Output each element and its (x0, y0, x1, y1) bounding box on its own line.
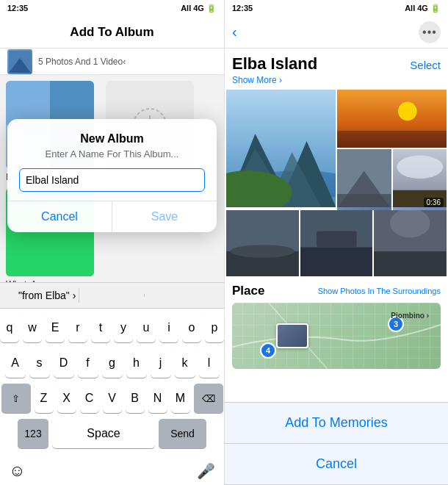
key-h[interactable]: h (126, 348, 147, 378)
key-row-3: ⇧ Z X C V B N M ⌫ (3, 384, 221, 413)
key-k[interactable]: k (175, 348, 195, 378)
shift-key[interactable]: ⇧ (1, 384, 31, 413)
album-name-left: Elba Island Show More › (232, 54, 317, 85)
photo-br1[interactable] (337, 149, 391, 210)
key-q[interactable]: q (0, 313, 19, 342)
numbers-key[interactable]: 123 (18, 419, 48, 448)
key-row-2: A s D f g h j k l (3, 348, 221, 378)
key-l[interactable]: l (199, 348, 220, 378)
album-name-input[interactable] (19, 168, 205, 192)
send-key[interactable]: Send (159, 419, 206, 448)
dialog-subtitle: Enter A Name For This Album... (19, 148, 205, 159)
right-time: 12:35 (232, 4, 253, 12)
key-u[interactable]: u (137, 313, 156, 342)
left-battery: 🔋 (206, 4, 217, 12)
photo-br2[interactable]: 0:36 (393, 149, 447, 210)
space-key[interactable]: Space (52, 419, 155, 448)
right-panel: 12:35 All 4G 🔋 ‹ ••• Elba Island Show Mo… (224, 0, 448, 485)
dialog-cancel-button[interactable]: Cancel (7, 201, 112, 232)
left-network: All 4G (181, 4, 204, 12)
left-time: 12:35 (7, 4, 28, 12)
key-n[interactable]: N (148, 384, 167, 413)
right-battery: 🔋 (430, 4, 441, 12)
show-more-button[interactable]: Show More › (232, 75, 317, 85)
key-i[interactable]: i (159, 313, 178, 342)
key-v[interactable]: V (103, 384, 122, 413)
back-button[interactable]: ‹ (232, 24, 237, 40)
add-to-memories-button[interactable]: Add To Memories (225, 403, 448, 444)
key-d[interactable]: D (54, 348, 74, 378)
right-network-battery: All 4G 🔋 (405, 4, 441, 13)
left-header: Add To Album (0, 16, 224, 48)
photo-main-landscape[interactable] (226, 90, 336, 207)
photos-count-bar: 5 Photos And 1 Video‹ (0, 48, 224, 75)
key-w[interactable]: w (23, 313, 42, 342)
key-j[interactable]: j (151, 348, 171, 378)
key-row-4: 123 Space Send (3, 419, 221, 448)
key-s[interactable]: s (29, 348, 50, 378)
photo-top-right-sunset[interactable] (337, 90, 447, 148)
video-duration-badge: 0:36 (424, 198, 444, 207)
svg-rect-18 (337, 131, 447, 148)
cancel-action-button[interactable]: Cancel (225, 444, 448, 485)
photo-row2-3[interactable] (374, 210, 447, 276)
key-m[interactable]: M (171, 384, 190, 413)
dialog-save-button[interactable]: Save (112, 201, 217, 232)
action-sheet: Add To Memories Cancel (225, 402, 448, 485)
keyboard: q w E r t y u i o p A s D f g h j k l ⇧ … (0, 309, 224, 457)
photo-row2-2[interactable] (300, 210, 373, 276)
more-button[interactable]: ••• (419, 21, 441, 43)
photos-count-text: 5 Photos And 1 Video‹ (38, 57, 126, 67)
key-t[interactable]: t (91, 313, 110, 342)
key-c[interactable]: C (80, 384, 99, 413)
key-p[interactable]: p (205, 313, 224, 342)
photo-bottom-right-grid: 0:36 (337, 149, 447, 207)
photo-row2-1[interactable] (226, 210, 299, 276)
map-photo-thumbnail (276, 323, 308, 348)
map-pin-4: 4 (260, 342, 276, 359)
dialog-title: New Album (19, 132, 205, 146)
svg-point-27 (230, 245, 295, 258)
show-surroundings-button[interactable]: Show Photos In The Surroundings (318, 287, 441, 295)
new-album-dialog: New Album Enter A Name For This Album...… (7, 119, 217, 232)
place-section: Place Show Photos In The Surroundings 3 … (225, 278, 448, 372)
svg-rect-30 (317, 231, 357, 248)
key-b[interactable]: B (126, 384, 145, 413)
suggestion-item-2[interactable] (79, 292, 144, 298)
keyboard-suggestions-bar: "from Elba" › (0, 282, 224, 309)
backspace-key[interactable]: ⌫ (194, 384, 223, 413)
svg-rect-2 (6, 81, 50, 125)
svg-rect-3 (50, 81, 94, 125)
dialog-buttons: Cancel Save (7, 201, 217, 232)
key-e[interactable]: E (46, 313, 65, 342)
svg-rect-32 (374, 251, 447, 276)
key-g[interactable]: g (102, 348, 123, 378)
album-label-whatsapp: WhatsApp (6, 279, 94, 282)
key-y[interactable]: y (114, 313, 133, 342)
select-button[interactable]: Select (410, 59, 441, 71)
albums-content: Mine New Album.... (0, 75, 224, 282)
left-network-battery: All 4G 🔋 (181, 4, 217, 13)
left-status-bar: 12:35 All 4G 🔋 (0, 0, 224, 16)
svg-rect-29 (300, 247, 373, 276)
key-f[interactable]: f (78, 348, 98, 378)
right-network: All 4G (405, 4, 428, 12)
keyboard-bottom-bar: ☺ 🎤 (0, 457, 224, 485)
place-header: Place Show Photos In The Surroundings (232, 284, 441, 298)
key-o[interactable]: o (182, 313, 201, 342)
mic-key[interactable]: 🎤 (197, 462, 215, 480)
photos-grid-top: 0:36 (225, 88, 448, 210)
key-a[interactable]: A (5, 348, 26, 378)
key-x[interactable]: X (57, 384, 76, 413)
key-r[interactable]: r (68, 313, 87, 342)
emoji-key[interactable]: ☺ (9, 461, 25, 481)
svg-point-17 (398, 102, 417, 121)
suggestion-item-3[interactable] (145, 292, 209, 298)
place-title: Place (232, 284, 264, 298)
right-status-bar: 12:35 All 4G 🔋 (225, 0, 448, 16)
map-container[interactable]: 3 4 Piombino › (232, 303, 441, 369)
suggestion-item-1[interactable]: "from Elba" › (15, 287, 79, 304)
key-row-1: q w E r t y u i o p (3, 313, 221, 342)
photos-row2 (225, 210, 448, 278)
key-z[interactable]: Z (35, 384, 54, 413)
